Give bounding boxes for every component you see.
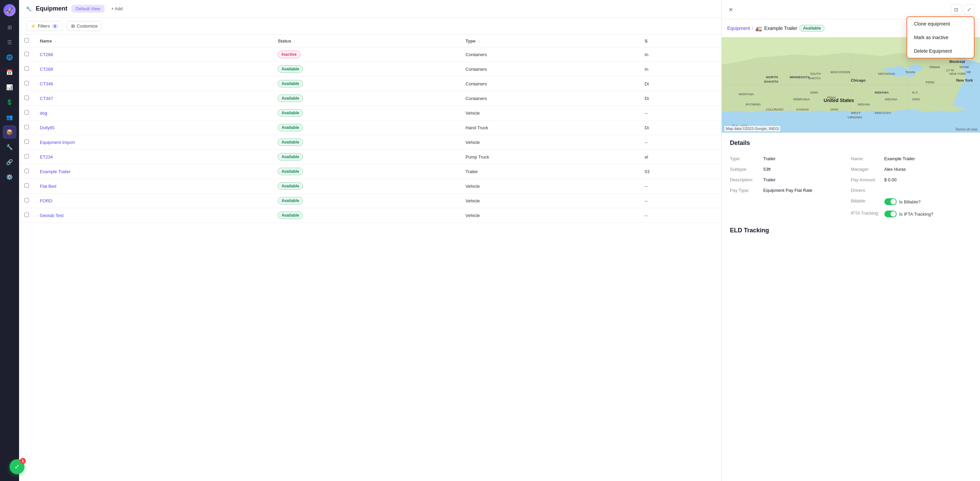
billable-toggle-label: Is Billable? [899, 199, 921, 205]
add-button[interactable]: + Add [108, 5, 126, 13]
row-name-cell: Example Trailer [34, 164, 272, 179]
row-name-link[interactable]: ET234 [40, 154, 53, 160]
row-checkbox[interactable] [24, 125, 29, 129]
row-checkbox-cell[interactable] [19, 179, 34, 194]
sidebar-item-tools[interactable]: 🔧 [3, 140, 16, 154]
row-status-badge: Available [278, 80, 303, 87]
row-checkbox-cell[interactable] [19, 62, 34, 76]
row-status-cell: Available [272, 179, 460, 194]
notification-bubble[interactable]: ✓ 1 [10, 459, 24, 474]
select-all-header[interactable] [19, 35, 34, 47]
clone-equipment-item[interactable]: Clone equipment [907, 17, 974, 31]
row-type-cell: Containers [460, 91, 640, 106]
breadcrumb-equipment-link[interactable]: Equipment [727, 25, 750, 31]
filters-label: Filters [38, 24, 50, 29]
svg-text:SOUTH: SOUTH [810, 72, 821, 76]
row-checkbox-cell[interactable] [19, 121, 34, 135]
svg-text:PENN.: PENN. [926, 81, 935, 84]
row-name-cell: CT288 [34, 47, 272, 62]
billable-toggle-thumb [891, 199, 896, 205]
view-badge[interactable]: Default View [72, 5, 105, 13]
svg-point-6 [884, 68, 892, 72]
delete-equipment-item[interactable]: Delete Equipment [907, 44, 974, 58]
ifta-label: IFTA Tracking: [851, 211, 882, 216]
sidebar-item-dashboard[interactable]: ⊞ [3, 21, 16, 34]
row-status-cell: Available [272, 135, 460, 150]
filters-button[interactable]: ⚡ Filters 0 [26, 21, 63, 31]
row-checkbox-cell[interactable] [19, 47, 34, 62]
mark-inactive-item[interactable]: Mark as inactive [907, 31, 974, 44]
row-checkbox[interactable] [24, 95, 29, 100]
map-terms[interactable]: Terms of Use [955, 127, 977, 131]
row-checkbox-cell[interactable] [19, 208, 34, 223]
row-checkbox[interactable] [24, 183, 29, 188]
sidebar-item-settings[interactable]: ⚙️ [3, 170, 16, 184]
row-status-cell: Available [272, 194, 460, 208]
description-value: Trailer [763, 177, 775, 183]
pay-type-value: Equipment Pay Flat Rate [763, 188, 813, 193]
row-checkbox-cell[interactable] [19, 106, 34, 121]
row-name-link[interactable]: CT347 [40, 96, 53, 101]
table-body: CT288 Inactive Containers In CT289 Avail… [19, 47, 721, 223]
row-checkbox[interactable] [24, 81, 29, 86]
row-checkbox-cell[interactable] [19, 150, 34, 164]
row-checkbox[interactable] [24, 154, 29, 159]
sidebar-item-equipment[interactable]: 📦 [3, 125, 16, 139]
app-logo: 🚀 [3, 4, 16, 16]
row-checkbox[interactable] [24, 198, 29, 202]
row-name-link[interactable]: Example Trailer [40, 169, 70, 174]
type-column-header[interactable]: Type ↕ [460, 35, 640, 47]
embed-button[interactable]: ⊡ [951, 4, 962, 15]
row-sub-cell: In [640, 62, 721, 76]
row-status-cell: Inactive [272, 47, 460, 62]
customize-button[interactable]: ⊞ Customize [67, 21, 102, 31]
breadcrumb-separator: / [752, 25, 753, 31]
row-status-cell: Available [272, 150, 460, 164]
row-checkbox-cell[interactable] [19, 164, 34, 179]
row-name-link[interactable]: dog [40, 111, 47, 116]
row-checkbox[interactable] [24, 66, 29, 71]
row-checkbox-cell[interactable] [19, 135, 34, 150]
row-checkbox-cell[interactable] [19, 194, 34, 208]
row-name-link[interactable]: CT288 [40, 52, 53, 57]
sidebar-item-chart[interactable]: 📊 [3, 80, 16, 94]
select-all-checkbox[interactable] [24, 38, 29, 43]
row-name-link[interactable]: Geotab Test [40, 213, 64, 218]
row-sub-cell: el [640, 150, 721, 164]
billable-toggle[interactable]: Is Billable? [885, 198, 921, 205]
row-checkbox[interactable] [24, 110, 29, 114]
expand-button[interactable]: ⤢ [964, 4, 975, 15]
split-layout: 🔧 Equipment Default View + Add ⚡ Filters… [19, 0, 980, 481]
name-column-header[interactable]: Name ↕ [34, 35, 272, 47]
row-status-badge: Available [278, 124, 303, 131]
row-name-link[interactable]: CT346 [40, 81, 53, 86]
sidebar-item-calendar[interactable]: 📅 [3, 65, 16, 79]
description-label: Description: [730, 177, 760, 183]
row-name-link[interactable]: FORD [40, 198, 52, 203]
row-status-badge: Available [278, 168, 303, 175]
row-name-link[interactable]: Equipment Import [40, 140, 75, 145]
sidebar-item-dollar[interactable]: 💲 [3, 95, 16, 109]
ifta-toggle-track[interactable] [885, 211, 897, 217]
row-checkbox[interactable] [24, 140, 29, 144]
sidebar-item-globe[interactable]: 🌐 [3, 50, 16, 64]
row-checkbox[interactable] [24, 52, 29, 56]
status-column-header[interactable]: Status ↕ [272, 35, 460, 47]
row-type-cell: Hand Truck [460, 121, 640, 135]
row-checkbox[interactable] [24, 213, 29, 217]
close-button[interactable]: ✕ [727, 5, 734, 14]
row-type-cell: Vehicle [460, 194, 640, 208]
row-checkbox[interactable] [24, 169, 29, 173]
row-name-link[interactable]: Flat Bed [40, 184, 56, 189]
billable-toggle-track[interactable] [885, 198, 897, 205]
sidebar-item-people[interactable]: 👥 [3, 110, 16, 124]
row-name-link[interactable]: Dolly65 [40, 125, 54, 130]
sidebar-item-list[interactable]: ☰ [3, 35, 16, 49]
row-checkbox-cell[interactable] [19, 91, 34, 106]
row-name-link[interactable]: CT289 [40, 67, 53, 72]
row-checkbox-cell[interactable] [19, 76, 34, 91]
svg-text:INDIANA: INDIANA [875, 90, 889, 94]
details-content: Details Type: Trailer Subtype: 53ft [722, 133, 980, 481]
ifta-toggle[interactable]: Is IFTA Tracking? [885, 211, 933, 217]
sidebar-item-network[interactable]: 🔗 [3, 155, 16, 169]
